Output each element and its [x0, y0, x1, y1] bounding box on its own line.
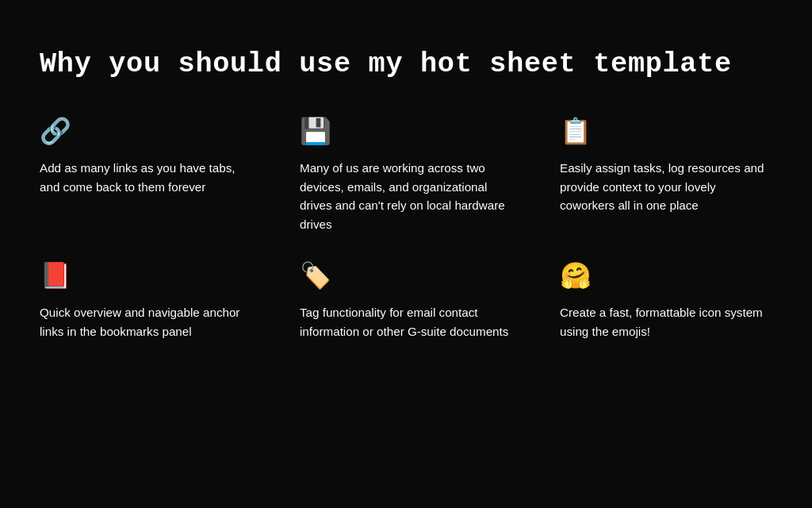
feature-links: 🔗Add as many links as you have tabs, and… — [40, 121, 252, 233]
feature-save: 💾Many of us are working across two devic… — [300, 121, 512, 233]
page-heading: Why you should use my hot sheet template — [40, 48, 772, 81]
feature-emojis: 🤗Create a fast, formattable icon system … — [560, 265, 772, 341]
feature-text-emojis: Create a fast, formattable icon system u… — [560, 303, 772, 341]
emoji-icon: 🤗 — [560, 265, 772, 291]
book-icon: 📕 — [40, 265, 252, 291]
feature-text-tasks: Easily assign tasks, log resources and p… — [560, 159, 772, 215]
save-icon: 💾 — [300, 121, 512, 146]
feature-bookmarks: 📕Quick overview and navigable anchor lin… — [40, 265, 252, 341]
feature-tags: 🏷️Tag functionality for email contact in… — [300, 265, 512, 341]
feature-text-save: Many of us are working across two device… — [300, 159, 512, 233]
features-grid: 🔗Add as many links as you have tabs, and… — [40, 121, 772, 341]
feature-text-bookmarks: Quick overview and navigable anchor link… — [40, 303, 252, 341]
feature-text-links: Add as many links as you have tabs, and … — [40, 159, 252, 196]
link-icon: 🔗 — [40, 121, 252, 146]
feature-text-tags: Tag functionality for email contact info… — [300, 303, 512, 341]
feature-tasks: 📋Easily assign tasks, log resources and … — [560, 121, 772, 233]
tag-icon: 🏷️ — [300, 265, 512, 291]
tasks-icon: 📋 — [560, 121, 772, 146]
